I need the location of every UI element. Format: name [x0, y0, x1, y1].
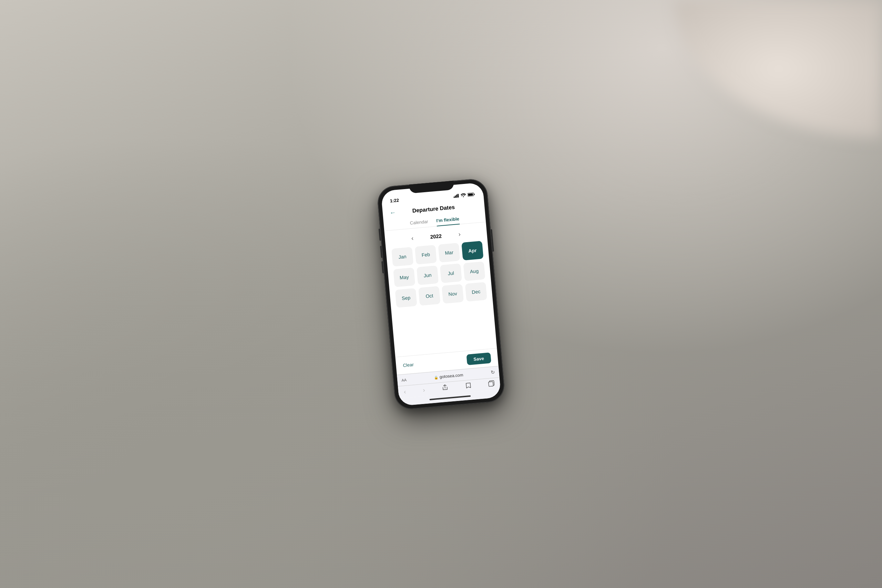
wifi-icon — [460, 193, 466, 197]
svg-rect-0 — [453, 196, 454, 198]
month-jan[interactable]: Jan — [392, 247, 413, 266]
browser-url-text: gotosea.com — [439, 372, 464, 379]
month-oct[interactable]: Oct — [418, 286, 440, 306]
signal-icon — [453, 194, 459, 198]
clear-button[interactable]: Clear — [403, 362, 414, 368]
month-sep[interactable]: Sep — [395, 288, 417, 308]
page-title: Departure Dates — [412, 204, 455, 214]
year-next-button[interactable]: › — [455, 230, 464, 238]
safari-forward-button[interactable]: › — [423, 387, 426, 394]
svg-rect-1 — [455, 195, 456, 198]
month-apr[interactable]: Apr — [461, 241, 483, 260]
safari-bookmark-button[interactable] — [465, 382, 472, 390]
reload-button[interactable]: ↻ — [490, 369, 495, 375]
svg-rect-3 — [458, 194, 459, 197]
safari-tabs-button[interactable] — [488, 380, 495, 388]
tab-calendar[interactable]: Calendar — [410, 219, 429, 228]
tab-flexible[interactable]: I'm flexible — [436, 216, 460, 226]
month-jul[interactable]: Jul — [440, 263, 462, 283]
month-may[interactable]: May — [393, 267, 415, 287]
safari-share-button[interactable] — [442, 384, 448, 392]
svg-rect-6 — [468, 193, 473, 196]
phone-device: 1:22 — [376, 178, 506, 410]
status-icons — [453, 192, 476, 198]
month-nov[interactable]: Nov — [442, 284, 464, 303]
tabs-icon — [488, 380, 495, 387]
back-button[interactable]: ← — [389, 209, 396, 216]
safari-back-button[interactable]: ‹ — [404, 388, 406, 395]
share-icon — [442, 384, 448, 391]
phone-screen: 1:22 — [381, 182, 501, 406]
svg-rect-7 — [489, 381, 494, 386]
month-jun[interactable]: Jun — [417, 265, 439, 285]
status-time: 1:22 — [390, 197, 399, 203]
battery-icon — [468, 192, 476, 197]
browser-aa[interactable]: AA — [401, 378, 407, 382]
app-content: ← Departure Dates Calendar I'm flexible — [382, 197, 501, 406]
month-feb[interactable]: Feb — [415, 244, 437, 264]
svg-rect-5 — [474, 193, 474, 195]
month-grid: JanFebMarAprMayJunJulAugSepOctNovDec — [386, 239, 494, 314]
browser-url-bar[interactable]: 🔒 gotosea.com — [434, 372, 464, 380]
month-dec[interactable]: Dec — [465, 282, 487, 302]
home-bar — [429, 395, 471, 400]
year-prev-button[interactable]: ‹ — [408, 234, 417, 242]
year-label: 2022 — [430, 233, 442, 240]
bookmark-icon — [465, 382, 472, 389]
month-mar[interactable]: Mar — [438, 243, 460, 262]
phone-shell: 1:22 — [376, 178, 506, 410]
save-button[interactable]: Save — [466, 352, 491, 365]
svg-rect-2 — [456, 194, 458, 197]
month-aug[interactable]: Aug — [463, 261, 485, 281]
lock-icon: 🔒 — [434, 375, 438, 379]
